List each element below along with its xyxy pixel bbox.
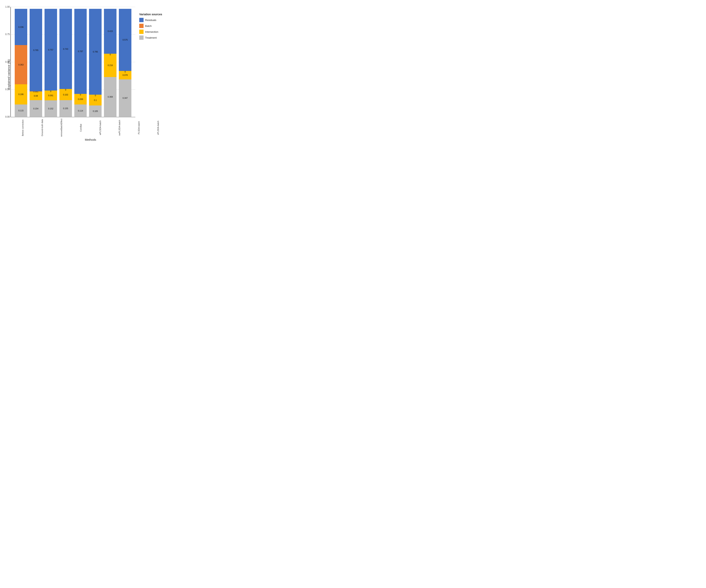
bar-stack: 0.1150.1860.3630.336 [15,9,27,117]
bar-segment-treatment: 0.115 [15,104,27,117]
bar-segment-residuals: 0.575 [119,9,131,71]
legend-color-box [139,36,144,40]
y-axis-label: Explained variance (%) [6,7,10,142]
x-tick-label: Before correction [14,118,31,138]
bar-value-label: 0.114 [78,110,83,112]
bar-stack: 0.1520.09100.757 [44,9,57,117]
bar-segment-residuals: 0.415 [104,9,116,54]
legend: Variation sources Residuals Batch Inters… [135,7,171,117]
plot-area: 0.000.250.500.751.000.1150.1860.3630.336… [10,7,135,117]
bar-value-label: 0.186 [18,93,24,95]
bar-segment-treatment: 0.154 [30,100,42,117]
bar-segment-treatment: 0.152 [44,100,57,117]
legend-item: Batch [139,24,169,28]
bar-value-label: 0.155 [63,107,68,110]
bar-value-label: 0.216 [108,64,113,67]
bar-value-label: 0.757 [48,49,53,51]
x-tick-label: swPLSDA-batch [111,118,128,138]
y-tick-label: 0.25 [5,88,10,91]
legend-label: Intersection [145,30,158,33]
legend-item: Residuals [139,18,169,22]
bar-value-label: 0.102 [63,93,68,96]
bar-value-label: 0.099 [78,98,83,100]
x-axis-labels: Before correctionGround-truth dataremove… [10,118,171,138]
bar-value-label: 0.347 [123,97,128,99]
bar-segment-residuals: 0.336 [15,9,27,45]
bars-wrapper: 0.1150.1860.3630.3360.1540.080.0010.7650… [11,7,135,117]
x-tick-label: PLSDA-batch [130,118,148,138]
bar-value-label: 0.575 [123,39,128,41]
bar-value-label: 0.787 [78,50,83,52]
y-tick-label: 0.75 [5,33,10,36]
bar-segment-residuals: 0.795 [89,9,102,95]
bar-segment-intersection: 0.1 [89,95,102,106]
bar-value-label: 0.152 [48,108,53,110]
bar-value-label: 0.1 [94,99,97,101]
chart-inner: 0.000.250.500.751.000.1150.1860.3630.336… [10,7,171,142]
bar-value-label: 0.105 [93,110,98,112]
bar-segment-treatment: 0.369 [104,77,116,117]
bar-group: 0.1140.09900.787 [74,9,87,117]
bar-value-label: 0.336 [18,26,24,28]
x-tick-label: Ground-truth data [34,118,51,138]
chart-area: Explained variance (%) 0.000.250.500.751… [6,7,171,142]
plot-and-legend: 0.000.250.500.751.000.1150.1860.3630.336… [10,7,171,117]
x-tick-label: removeBatchEffect [53,118,70,138]
bar-segment-intersection: 0.08 [30,91,42,100]
x-tick-label: wPLSDA-batch [92,118,109,138]
bar-segment-residuals: 0.743 [60,9,72,89]
legend-item: Intersection [139,30,169,34]
bar-segment-treatment: 0.155 [60,100,72,117]
legend-items: Residuals Batch Intersection Treatment [139,18,169,41]
bar-segment-residuals: 0.757 [44,9,57,91]
bar-segment-intersection: 0.102 [60,89,72,100]
x-tick-label: sPLSDA-batch [150,118,167,138]
bar-segment-intersection: 0.099 [74,94,87,105]
bar-stack: 0.1550.10200.743 [60,9,72,117]
bar-segment-intersection: 0.091 [44,91,57,100]
legend-color-box [139,30,144,34]
bar-segment-residuals: 0.765 [30,9,42,91]
legend-color-box [139,18,144,22]
bar-stack: 0.3470.07800.575 [119,9,131,117]
bar-value-label: 0.078 [123,74,128,76]
bar-value-label: 0.115 [18,110,24,112]
bar-stack: 0.1540.080.0010.765 [30,9,42,117]
x-tick-label: ComBat [72,118,89,138]
bar-value-label: 0.415 [108,30,113,32]
bar-segment-intersection: 0.186 [15,84,27,104]
bar-value-label: 0.743 [63,48,68,50]
bar-segment-treatment: 0.105 [89,106,102,117]
bar-value-label: 0.369 [108,96,113,98]
bar-segment-treatment: 0.347 [119,79,131,117]
bar-segment-residuals: 0.787 [74,9,87,94]
legend-color-box [139,24,144,28]
bar-segment-treatment: 0.114 [74,104,87,117]
y-tick-label: 0.00 [5,116,10,118]
bar-group: 0.1050.100.795 [89,9,102,117]
x-axis-title: Methods [10,138,171,142]
bar-stack: 0.3690.21600.415 [104,9,116,117]
bar-value-label: 0.091 [48,94,53,97]
bar-value-label: 0.363 [18,64,24,66]
bar-stack: 0.1140.09900.787 [74,9,87,117]
bar-segment-intersection: 0.078 [119,71,131,79]
bar-value-label: 0.795 [93,50,98,53]
bar-group: 0.1520.09100.757 [44,9,57,117]
y-tick-label: 1.00 [5,5,10,8]
legend-title: Variation sources [139,13,169,16]
chart-container: Explained variance (%) 0.000.250.500.751… [4,3,172,144]
bar-group: 0.1540.080.0010.765 [30,9,42,117]
bar-value-label: 0.08 [34,95,38,97]
bar-group: 0.1550.10200.743 [60,9,72,117]
legend-label: Batch [145,25,152,28]
bar-stack: 0.1050.100.795 [89,9,102,117]
bar-group: 0.3470.07800.575 [119,9,131,117]
bar-value-label: 0.765 [33,49,38,51]
bar-group: 0.1150.1860.3630.336 [15,9,27,117]
legend-item: Treatment [139,36,169,40]
legend-label: Residuals [145,18,156,22]
legend-label: Treatment [145,36,157,39]
bar-value-label: 0.154 [33,108,38,110]
bar-segment-intersection: 0.216 [104,54,116,77]
